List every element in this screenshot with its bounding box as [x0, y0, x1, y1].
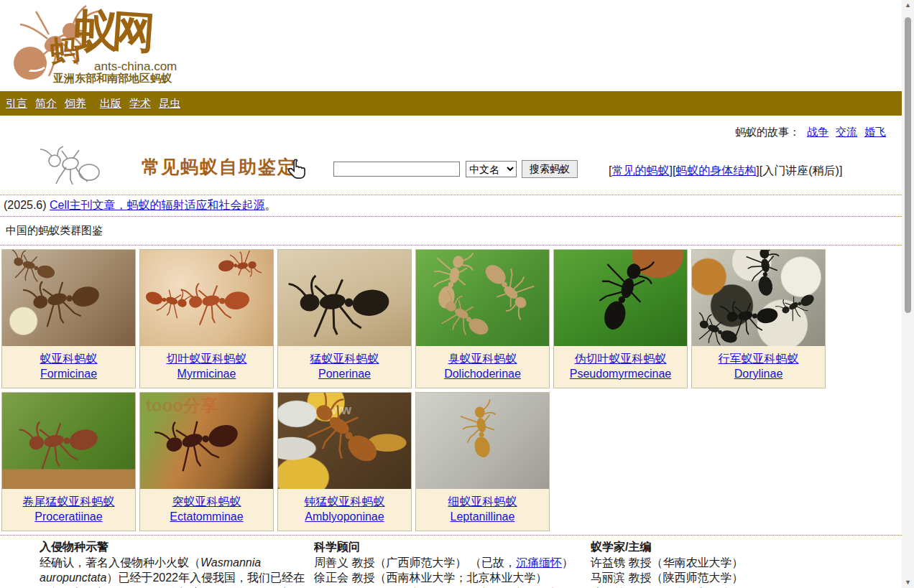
- footer: 入侵物种示警 经确认，著名入侵物种小火蚁（Wasmannia auropunct…: [0, 535, 902, 588]
- footer-heading-editors: 蚁学家/主编: [591, 539, 878, 555]
- search-field-select[interactable]: 中文名: [466, 161, 517, 177]
- subfamily-card-amblyoponinae: www 钝猛蚁亚科蚂蚁Amblyoponinae: [277, 392, 412, 531]
- species-name-italic: auropunctata: [40, 571, 106, 584]
- footer-advisors-column: 科学顾问 周善义 教授（广西师范大学） （已故，沉痛缅怀） 徐正会 教授（西南林…: [314, 539, 591, 588]
- subfamily-link-latin[interactable]: Formicinae: [40, 368, 97, 380]
- subfamily-link-latin[interactable]: Ponerinae: [318, 368, 371, 380]
- footer-heading-advisors: 科学顾问: [314, 539, 591, 555]
- subfamily-link-cn[interactable]: 蚁亚科蚂蚁: [40, 353, 98, 365]
- scroll-up-arrow[interactable]: ▲: [902, 0, 914, 11]
- nav-item-insects[interactable]: 昆虫: [159, 97, 180, 111]
- footer-line: 马丽滨 教授（陕西师范大学）: [591, 570, 878, 586]
- subfamily-image-formicinae[interactable]: [2, 250, 135, 346]
- subfamily-link-latin[interactable]: Dorylinae: [734, 368, 783, 380]
- subfamily-image-pseudomyrmecinae[interactable]: [554, 250, 687, 346]
- hand-cursor-icon: [287, 158, 308, 182]
- site-header: 蚂 蚁 网 ants-china.com 亚洲东部和南部地区蚂蚁: [0, 0, 902, 91]
- subfamily-card-dorylinae: 行军蚁亚科蚂蚁Dorylinae: [691, 249, 826, 388]
- subfamily-link-latin[interactable]: Amblyoponinae: [305, 510, 384, 523]
- identify-title: 常见蚂蚁自助鉴定: [142, 155, 297, 179]
- footer-line: 徐正会 教授（西南林业大学；北京林业大学）: [314, 570, 591, 586]
- link-common-ants[interactable]: 常见的蚂蚁: [611, 164, 669, 177]
- subfamily-link-cn[interactable]: 臭蚁亚科蚂蚁: [448, 353, 517, 365]
- footer-line: 许益镌 教授（华南农业大学）: [591, 555, 878, 571]
- footer-editors-column: 蚁学家/主编 许益镌 教授（华南农业大学） 马丽滨 教授（陕西师范大学） 陈志林…: [591, 539, 878, 588]
- scroll-down-arrow[interactable]: ▼: [902, 577, 914, 588]
- subfamily-image-proceratiinae[interactable]: [2, 393, 135, 489]
- news-article-link[interactable]: Cell主刊文章，蚂蚁的辐射适应和社会起源: [50, 199, 265, 211]
- subfamily-link-cn[interactable]: 切叶蚁亚科蚂蚁: [167, 353, 247, 365]
- vertical-scrollbar[interactable]: ▲ ▼: [902, 0, 914, 588]
- nav-item-academic[interactable]: 学术: [129, 97, 151, 111]
- subfamily-card-dolichoderinae: 臭蚁亚科蚂蚁Dolichoderinae: [415, 249, 550, 388]
- page: 蚂 蚁 网 ants-china.com 亚洲东部和南部地区蚂蚁 引言 简介 饲…: [0, 0, 902, 588]
- subfamily-image-ponerinae[interactable]: [278, 250, 411, 346]
- subfamily-image-myrmicinae[interactable]: [140, 250, 273, 346]
- subfamily-grid: 蚁亚科蚂蚁Formicinae 切叶蚁亚科蚂蚁Myrmicinae 猛蚁亚科蚂蚁…: [1, 249, 902, 535]
- news-suffix: 。: [265, 199, 277, 211]
- nav-item-about[interactable]: 简介: [35, 97, 57, 111]
- search-ants-button[interactable]: 搜索蚂蚁: [522, 160, 578, 178]
- subfamily-image-leptanillinae[interactable]: [416, 393, 549, 489]
- subfamily-card-ectatomminae: tooo分享 突蚁亚科蚂蚁Ectatomminae: [139, 392, 274, 531]
- subfamily-link-latin[interactable]: Ectatomminae: [170, 510, 243, 523]
- subfamily-link-latin[interactable]: Pseudomyrmecinae: [570, 368, 671, 380]
- quick-links: [常见的蚂蚁][蚂蚁的身体结构][入门讲座(稍后)]: [609, 164, 842, 179]
- subfamily-image-ectatomminae[interactable]: tooo分享: [140, 393, 273, 489]
- footer-line: 张国捷 教授（浙江大学；丹麦哥本哈根大学；中国科: [314, 586, 591, 588]
- memorial-link[interactable]: 沉痛缅怀: [516, 556, 562, 569]
- footer-line: 经确认，著名入侵物种小火蚁（Wasmannia: [40, 555, 314, 571]
- logo-tagline: 亚洲东部和南部地区蚂蚁: [53, 72, 172, 85]
- search-input[interactable]: [333, 162, 460, 177]
- subfamily-link-cn[interactable]: 钝猛蚁亚科蚂蚁: [305, 495, 385, 508]
- subfamily-link-cn[interactable]: 细蚁亚科蚂蚁: [448, 495, 517, 508]
- subfamily-image-dorylinae[interactable]: [692, 250, 825, 346]
- subfamily-link-cn[interactable]: 行军蚁亚科蚂蚁: [719, 353, 799, 365]
- subfamily-card-leptanillinae: 细蚁亚科蚂蚁Leptanillinae: [415, 392, 550, 531]
- news-line: (2025.6) Cell主刊文章，蚂蚁的辐射适应和社会起源。: [0, 195, 902, 216]
- scrollbar-thumb[interactable]: [905, 17, 911, 313]
- link-ant-anatomy[interactable]: 蚂蚁的身体结构: [675, 164, 756, 177]
- subfamily-image-dolichoderinae[interactable]: [416, 250, 549, 346]
- nav-item-intro[interactable]: 引言: [6, 97, 27, 111]
- nav-item-publish[interactable]: 出版: [100, 97, 121, 111]
- logo-char-3: 网: [111, 9, 157, 55]
- footer-line: auropunctata）已经于2022年入侵我国，我们已经在: [40, 570, 314, 586]
- subfamily-link-latin[interactable]: Myrmicinae: [177, 368, 236, 380]
- ant-stories-label: 蚂蚁的故事：: [735, 126, 800, 138]
- subfamily-image-amblyoponinae[interactable]: www: [278, 393, 411, 489]
- nav-item-keeping[interactable]: 饲养: [65, 97, 86, 111]
- subfamily-link-cn[interactable]: 卷尾猛蚁亚科蚂蚁: [23, 495, 115, 508]
- footer-invasive-column: 入侵物种示警 经确认，著名入侵物种小火蚁（Wasmannia auropunct…: [40, 539, 314, 588]
- lineart-ant-icon: [37, 145, 106, 187]
- subfamily-link-cn[interactable]: 突蚁亚科蚂蚁: [172, 495, 241, 508]
- subfamily-link-cn[interactable]: 伪切叶蚁亚科蚂蚁: [575, 353, 667, 365]
- story-link-communication[interactable]: 交流: [836, 126, 857, 138]
- footer-heading-invasive: 入侵物种示警: [40, 539, 314, 555]
- subfamily-link-latin[interactable]: Proceratiinae: [34, 510, 102, 523]
- subfamily-card-formicinae: 蚁亚科蚂蚁Formicinae: [1, 249, 136, 388]
- section-title: 中国的蚂蚁类群图鉴: [0, 217, 902, 245]
- story-link-nuptial-flight[interactable]: 婚飞: [864, 126, 886, 138]
- label-lecture-later: [入门讲座(稍后)]: [760, 164, 843, 177]
- footer-line: 年初依规上报，4月8日研究报告在《农业科学学报》: [40, 586, 314, 588]
- subfamily-card-pseudomyrmecinae: 伪切叶蚁亚科蚂蚁Pseudomyrmecinae: [553, 249, 688, 388]
- identify-search-row: 常见蚂蚁自助鉴定 中文名 搜索蚂蚁 [常见的蚂蚁][蚂蚁的身体结构][入门讲座(…: [0, 144, 902, 195]
- ant-stories-bar: 蚂蚁的故事：战争交流婚飞: [0, 116, 902, 144]
- story-link-war[interactable]: 战争: [807, 126, 828, 138]
- footer-line: 周善义 教授（广西师范大学） （已故，沉痛缅怀）: [314, 555, 591, 571]
- subfamily-card-proceratiinae: 卷尾猛蚁亚科蚂蚁Proceratiinae: [1, 392, 136, 531]
- separator: [0, 245, 902, 246]
- main-nav: 引言 简介 饲养 出版 学术 昆虫: [0, 91, 902, 116]
- subfamily-card-ponerinae: 猛蚁亚科蚂蚁Ponerinae: [277, 249, 412, 388]
- species-name-italic: Wasmannia: [200, 556, 261, 569]
- news-date: (2025.6): [4, 199, 47, 211]
- subfamily-link-latin[interactable]: Leptanillinae: [451, 510, 515, 523]
- subfamily-link-cn[interactable]: 猛蚁亚科蚂蚁: [310, 353, 379, 365]
- subfamily-card-myrmicinae: 切叶蚁亚科蚂蚁Myrmicinae: [139, 249, 274, 388]
- footer-line: 陈志林 副教授（广西师范大学）: [591, 586, 878, 588]
- subfamily-link-latin[interactable]: Dolichoderinae: [444, 368, 521, 380]
